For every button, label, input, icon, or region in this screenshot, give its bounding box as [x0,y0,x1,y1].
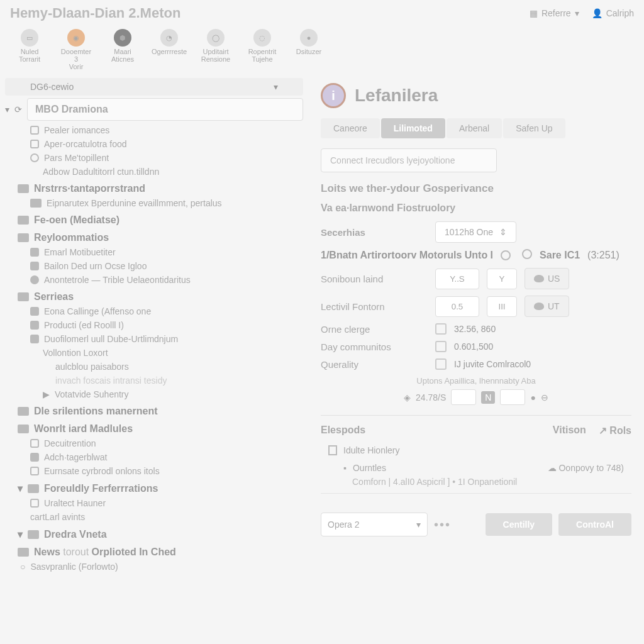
tool-ropentrit[interactable]: ◌RopentritTujehe [240,26,284,73]
tree-group[interactable]: News torout Orplioted In Ched [5,545,303,560]
lectivil-value1[interactable] [435,296,479,317]
chevron-down-icon: ▾ [416,519,421,530]
tree-item[interactable]: Eipnarutex Bperdunine evaillmment, perta… [5,196,303,210]
user-menu[interactable]: 👤 Calriph [592,8,634,18]
tree-item[interactable]: invach foscais intransi tesidy [5,374,303,387]
sidebar-search-input[interactable] [27,98,303,121]
tree-item[interactable]: aulcblou paisabors [5,360,303,374]
tree-item[interactable]: ○Sasvpranlic (Forlowto) [5,560,303,574]
book-icon [18,233,29,242]
opera-select[interactable]: Opera 2▾ [321,513,428,536]
day-value: 0.601,500 [454,341,493,352]
minus-icon[interactable]: ⊖ [541,392,548,402]
lectivil-unit[interactable]: UT [525,296,569,317]
tab-arbenal[interactable]: Arbenal [447,118,502,138]
soniboun-label: Soniboun laind [321,274,428,284]
chevron-down-icon[interactable]: ▾ [5,104,9,114]
pie-icon: ◔ [160,29,178,47]
querality-check[interactable] [435,358,447,370]
tree-group[interactable]: Serrieas [5,289,303,304]
chevron-down-icon: ▾ [575,8,579,18]
shield-icon: ⬢ [114,29,131,47]
tree-group[interactable]: Wonrlt iard Madlules [5,421,303,436]
col-vitison: Vitison [553,425,586,436]
tab-safenup[interactable]: Safen Up [503,118,565,138]
tree-item[interactable]: Adch·tagerblwat [5,450,303,464]
chevron-down-icon: ▾ [18,482,23,494]
folder-icon [30,199,42,208]
radio-1[interactable] [501,250,511,260]
tree-item[interactable]: Pealer iomances [5,123,303,137]
tree-item[interactable]: Aper-orcatulotra food [5,137,303,151]
tree-item[interactable]: Eurnsate cyrbrodl onlons itols [5,464,303,478]
tool-ogerr[interactable]: ◔Ogerrrreste [147,26,191,73]
referre-menu[interactable]: ▦ Referre ▾ [530,8,579,18]
tree-group[interactable]: Nrstrrs·tantaporrstrand [5,181,303,196]
tree-group[interactable]: ▾Dredra Vneta [5,526,303,542]
day-label: Day communitos [321,341,428,352]
soniboun-value2[interactable] [487,269,517,289]
tree-item[interactable]: Vollontion Loxort [5,346,303,360]
radio-group-label: 1/Bnatn Artirortoorv Motoruls Unto I [321,250,493,261]
col-elespods: Elespods [321,425,365,436]
tab-lilimoted[interactable]: Lilimoted [381,118,445,138]
orne-check[interactable] [435,323,447,335]
refresh-icon[interactable]: ⟳ [14,104,22,114]
soniboun-value1[interactable] [435,269,479,289]
cloud-icon [534,275,544,282]
tag-icon: ◈ [404,392,411,402]
tree-item[interactable]: ▶Votatvide Suhentry [5,387,303,401]
sidebar-header: DG6-cewio ▾ [5,78,303,96]
centilly-button[interactable]: Centilly [486,513,553,536]
tree-item[interactable]: Bailon Ded urn Ocse Igloo [5,259,303,273]
gear-icon [18,407,29,416]
orne-label: Orne clerge [321,324,428,335]
file-desc: Comforn | 4.alI0 Aspicril ] • 1I Onpanet… [321,477,631,494]
tree-item[interactable]: Duofilomerl uull Dube-Urtlimdnjum [5,332,303,346]
querality-label: Querality [321,359,428,370]
tool-upditairt[interactable]: ◯UpditairtRensione [194,26,238,73]
tree-item[interactable]: Decuitrention [5,436,303,450]
tool-nuled[interactable]: ▭NuledTorrarit [8,26,52,73]
toggle-icon[interactable]: ▾ [274,82,278,92]
connect-search[interactable]: Connect Irecudlors lyejoyoltione [321,148,497,172]
tree-group[interactable]: Reyloommatios [5,230,303,245]
file-row[interactable]: ▪Ourntles ☁ Oonpovy to 748) [321,459,631,477]
tree-item[interactable]: Pars Me'topillent [5,151,303,165]
tool-dsituzer[interactable]: ●Dsituzer [287,26,331,73]
tree-group[interactable]: ▾Foreuldly Ferferrrations [5,480,303,496]
tree-item[interactable]: Producti (ed Roolll I) [5,318,303,332]
soniboun-unit[interactable]: US [525,268,569,289]
tool-dooemter[interactable]: ◉Dooemter 3Vorir [54,26,98,73]
sidebar: DG6-cewio ▾ ▾ ⟳ Pealer iomances Aper-orc… [0,78,308,644]
tree-item[interactable]: Anontetrole — Trible Uelaeontidaritus [5,273,303,287]
day-check[interactable] [435,341,447,352]
content-panel: i Lefanilera Caneore Lilimoted Arbenal S… [308,78,644,644]
timer-icon: ◌ [253,29,271,47]
mini-input2[interactable] [500,389,525,405]
folder-icon [28,484,39,493]
cloud-icon [534,303,544,310]
tree-item[interactable]: cartLarl avints [5,510,303,524]
lock-icon [28,530,39,539]
doc-icon: ▪ [343,463,347,473]
dot-icon: ● [530,392,535,402]
file-row[interactable]: Idulte Hionlery [321,441,631,459]
tree-item[interactable]: Uraltect Hauner [5,496,303,510]
controal-button[interactable]: ControAl [558,513,631,536]
tree-item[interactable]: Emarl Motibuetiter [5,245,303,259]
tool-maari[interactable]: ⬢MaariAticnes [101,26,145,73]
mini-input1[interactable] [451,389,476,405]
orne-value: 32.56, 860 [454,324,496,334]
more-icon[interactable]: ••• [434,518,451,532]
tree-group[interactable]: Dle srilentions manernent [5,404,303,419]
secerhias-select[interactable]: 1012h8 One⇕ [435,221,516,243]
tab-caneore[interactable]: Caneore [321,118,380,138]
share-icon: ↗ [599,425,607,436]
tree-item[interactable]: Eona Callinge (Affenso one [5,304,303,318]
lectivil-value2[interactable] [487,296,517,317]
tree-group[interactable]: Fe-oen (Mediatse) [5,213,303,228]
tree-item[interactable]: Adbow Dadultitorrl ctun.tilldnn [5,165,303,179]
content-title: Lefanilera [355,86,438,106]
radio-2[interactable] [522,249,532,259]
